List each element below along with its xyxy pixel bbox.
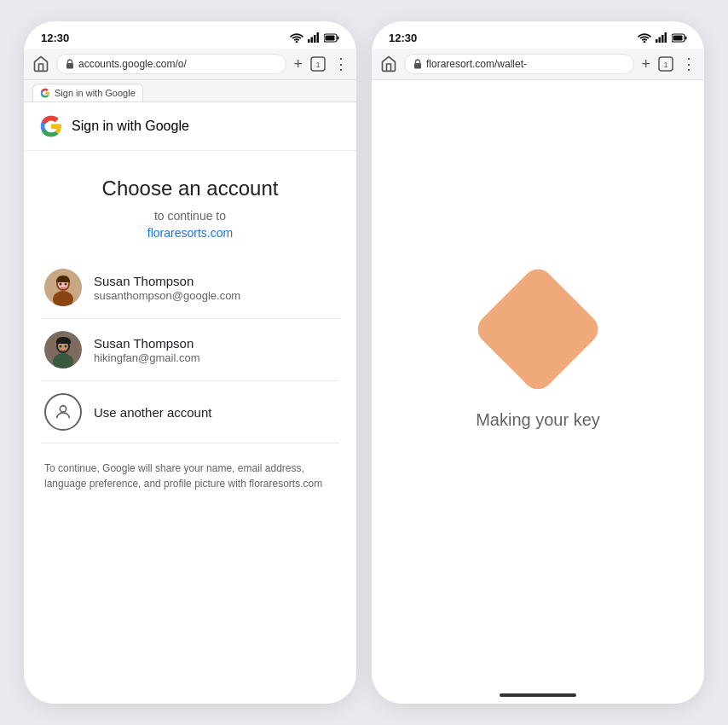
google-header-text: Sign in with Google <box>72 119 189 134</box>
svg-point-16 <box>65 283 67 286</box>
tab-item-left[interactable]: Sign in with Google <box>32 84 143 102</box>
svg-rect-31 <box>673 35 683 40</box>
svg-point-24 <box>644 41 646 43</box>
account-name-1: Susan Thompson <box>94 274 240 288</box>
account-name-2: Susan Thompson <box>94 336 199 351</box>
account-email-1: susanthompson@google.com <box>94 289 240 302</box>
svg-rect-2 <box>311 38 314 44</box>
svg-rect-25 <box>656 39 658 43</box>
making-key-label: Making your key <box>476 410 600 430</box>
google-page-header: Sign in with Google <box>24 102 356 151</box>
time-left: 12:30 <box>41 32 69 44</box>
more-icon-left[interactable]: ⋮ <box>333 55 348 73</box>
home-bar-right <box>372 683 704 704</box>
person-svg-icon <box>54 403 72 421</box>
svg-point-23 <box>60 406 66 412</box>
status-icons-right <box>638 32 687 43</box>
svg-rect-6 <box>338 36 339 39</box>
svg-rect-1 <box>308 39 310 43</box>
battery-icon <box>324 33 339 43</box>
address-text-left: accounts.google.com/o/ <box>78 58 187 70</box>
lock-icon-right <box>413 59 422 69</box>
status-bar-left: 12:30 <box>24 21 356 49</box>
wifi-icon <box>290 32 303 43</box>
home-bar-line-right <box>500 693 576 697</box>
page-content-left: Sign in with Google Choose an account to… <box>24 102 356 704</box>
status-icons-left <box>290 32 339 43</box>
address-bar-right[interactable]: floraresort.com/wallet- <box>404 54 634 74</box>
account-info-1: Susan Thompson susanthompson@google.com <box>94 274 240 302</box>
tab-count-icon-right[interactable]: 1 <box>657 55 674 72</box>
wifi-icon-right <box>638 32 651 43</box>
home-icon-left[interactable] <box>32 55 49 72</box>
footer-disclaimer: To continue, Google will share your name… <box>41 444 339 500</box>
address-text-right: floraresort.com/wallet- <box>426 58 527 70</box>
person-icon <box>44 393 82 431</box>
svg-rect-26 <box>659 38 662 44</box>
left-phone: 12:30 <box>24 21 356 704</box>
accounts-list: Susan Thompson susanthompson@google.com <box>41 257 339 444</box>
browser-chrome-right: floraresort.com/wallet- + 1 ⋮ <box>372 49 704 80</box>
home-icon-right[interactable] <box>380 55 397 72</box>
svg-point-21 <box>60 345 62 348</box>
new-tab-icon-left[interactable]: + <box>293 56 303 72</box>
right-phone: 12:30 <box>372 21 704 704</box>
lock-icon-left <box>66 59 74 69</box>
avatar-2 <box>44 331 82 368</box>
signal-icon-right <box>656 32 667 43</box>
continue-to-label: to continue to <box>41 209 339 223</box>
time-right: 12:30 <box>389 32 417 44</box>
svg-rect-7 <box>326 35 335 40</box>
avatar-1 <box>44 269 82 306</box>
status-bar-right: 12:30 <box>372 21 704 49</box>
svg-text:1: 1 <box>315 61 320 69</box>
account-item-2[interactable]: Susan Thompson hikingfan@gmail.com <box>41 319 339 381</box>
svg-rect-28 <box>665 32 667 43</box>
svg-rect-3 <box>314 35 316 43</box>
avatar-image-1 <box>44 269 82 306</box>
address-bar-left[interactable]: accounts.google.com/o/ <box>56 54 286 74</box>
use-another-account[interactable]: Use another account <box>41 381 339 444</box>
choose-account-body: Choose an account to continue to florare… <box>24 151 356 500</box>
new-tab-icon-right[interactable]: + <box>641 56 650 72</box>
choose-account-title: Choose an account <box>41 177 339 200</box>
battery-icon-right <box>672 33 687 43</box>
tab-count-icon-left[interactable]: 1 <box>309 55 326 72</box>
diamond-shape <box>471 263 604 396</box>
browser-chrome-left: accounts.google.com/o/ + 1 ⋮ <box>24 49 356 80</box>
svg-point-15 <box>60 283 62 286</box>
svg-rect-30 <box>685 36 687 39</box>
google-favicon <box>40 88 50 98</box>
more-icon-right[interactable]: ⋮ <box>681 55 696 73</box>
svg-rect-8 <box>66 63 73 69</box>
avatar-image-2 <box>44 331 82 368</box>
svg-point-22 <box>65 345 67 348</box>
svg-point-0 <box>296 41 298 43</box>
signal-icon <box>308 32 320 43</box>
svg-text:1: 1 <box>663 61 667 69</box>
use-another-label: Use another account <box>94 405 211 420</box>
site-link[interactable]: floraresorts.com <box>41 226 339 240</box>
svg-rect-4 <box>317 32 320 43</box>
svg-rect-32 <box>414 63 421 69</box>
tab-label-left: Sign in with Google <box>55 88 136 98</box>
tab-bar-left: Sign in with Google <box>24 80 356 102</box>
google-logo <box>39 114 63 138</box>
making-key-body: Making your key <box>372 80 704 683</box>
account-email-2: hikingfan@gmail.com <box>94 351 199 364</box>
svg-rect-27 <box>662 35 664 43</box>
account-item-1[interactable]: Susan Thompson susanthompson@google.com <box>41 257 339 319</box>
account-info-2: Susan Thompson hikingfan@gmail.com <box>94 336 199 364</box>
